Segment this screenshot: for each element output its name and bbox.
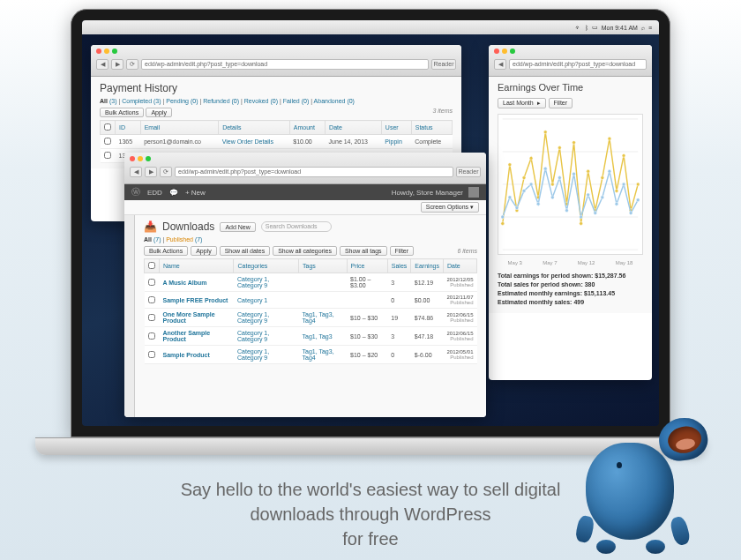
- wp-howdy[interactable]: Howdy, Store Manager: [392, 189, 463, 197]
- tags-select[interactable]: Show all tags: [340, 246, 387, 256]
- battery-icon: ▭: [592, 24, 598, 31]
- row-checkbox[interactable]: [148, 314, 155, 321]
- minimize-icon[interactable]: [104, 49, 109, 54]
- col-date[interactable]: Date: [443, 259, 476, 273]
- col-categories[interactable]: Categories: [234, 259, 299, 273]
- product-link[interactable]: Sample FREE Product: [160, 292, 234, 309]
- col-details[interactable]: Details: [219, 121, 290, 135]
- reload-button[interactable]: ⟳: [160, 167, 172, 177]
- row-checkbox[interactable]: [148, 332, 155, 340]
- dates-select[interactable]: Show all dates: [220, 246, 271, 256]
- svg-point-40: [608, 169, 611, 173]
- add-new-button[interactable]: Add New: [220, 222, 255, 232]
- tab-pending[interactable]: Pending: [166, 98, 189, 104]
- reload-button[interactable]: ⟳: [126, 59, 138, 70]
- minimize-icon[interactable]: [138, 156, 143, 161]
- svg-point-16: [580, 221, 583, 225]
- select-all-checkbox[interactable]: [148, 262, 155, 269]
- back-button[interactable]: ◀: [96, 59, 109, 70]
- col-date[interactable]: Date: [326, 121, 382, 135]
- col-email[interactable]: Email: [140, 121, 218, 135]
- page-title: Downloads: [162, 220, 214, 233]
- svg-point-17: [587, 169, 590, 173]
- tab-revoked[interactable]: Revoked: [244, 98, 269, 104]
- col-user[interactable]: User: [381, 121, 411, 135]
- tab-completed[interactable]: Completed: [122, 98, 152, 104]
- col-earnings[interactable]: Earnings: [411, 259, 444, 273]
- apply-button[interactable]: Apply: [191, 246, 217, 256]
- wp-new-menu[interactable]: + New: [185, 189, 206, 197]
- col-id[interactable]: ID: [116, 121, 141, 135]
- svg-point-42: [622, 183, 625, 186]
- product-link[interactable]: One More Sample Product: [160, 309, 234, 327]
- wordpress-icon[interactable]: ⓦ: [131, 186, 140, 198]
- url-field[interactable]: edd/wp-admin/edit.php?post_type=download: [175, 167, 453, 177]
- close-icon[interactable]: [130, 156, 135, 161]
- view-details-link[interactable]: View Order Details: [219, 135, 290, 149]
- wp-sidebar[interactable]: [124, 215, 135, 417]
- apply-button[interactable]: Apply: [146, 108, 172, 117]
- col-amount[interactable]: Amount: [289, 121, 325, 135]
- svg-point-25: [501, 215, 505, 219]
- tab-all[interactable]: All: [100, 98, 108, 104]
- filter-button[interactable]: Filter: [390, 246, 415, 256]
- bulk-actions-select[interactable]: Bulk Actions: [100, 108, 144, 117]
- downloads-table: Name Categories Tags Price Sales Earning…: [144, 258, 477, 364]
- filter-button[interactable]: Filter: [549, 98, 573, 108]
- back-button[interactable]: ◀: [494, 59, 506, 70]
- svg-point-5: [501, 221, 505, 225]
- svg-point-29: [529, 183, 533, 186]
- back-button[interactable]: ◀: [130, 167, 142, 177]
- col-sales[interactable]: Sales: [387, 259, 411, 273]
- period-select[interactable]: Last Month ▸: [498, 98, 546, 108]
- col-name[interactable]: Name: [160, 259, 234, 273]
- bulk-actions-select[interactable]: Bulk Actions: [144, 246, 188, 256]
- maximize-icon[interactable]: [510, 49, 515, 54]
- laptop-mockup: ᯤ ᛒ ▭ Mon 9:41 AM ⌕ ≡ ◀ ▶ ⟳ edd/wp-admin: [71, 9, 670, 455]
- svg-point-37: [587, 193, 590, 197]
- svg-point-6: [508, 163, 512, 167]
- row-checkbox[interactable]: [104, 152, 111, 159]
- screen-options-button[interactable]: Screen Options ▾: [421, 202, 479, 213]
- col-tags[interactable]: Tags: [299, 259, 348, 273]
- wp-comments-icon[interactable]: 💬: [169, 189, 178, 197]
- row-checkbox[interactable]: [148, 296, 155, 303]
- reader-button[interactable]: Reader: [456, 167, 481, 177]
- macos-menubar: ᯤ ᛒ ▭ Mon 9:41 AM ⌕ ≡: [82, 20, 659, 34]
- maximize-icon[interactable]: [112, 49, 117, 54]
- select-all-checkbox[interactable]: [104, 123, 111, 131]
- avatar-icon[interactable]: [468, 187, 479, 198]
- window-downloads: ◀ ▶ ⟳ edd/wp-admin/edit.php?post_type=do…: [124, 153, 486, 417]
- row-checkbox[interactable]: [104, 138, 111, 145]
- maximize-icon[interactable]: [146, 156, 151, 161]
- minimize-icon[interactable]: [502, 49, 507, 54]
- chart-x-axis: May 3May 7May 12May 18: [498, 260, 643, 265]
- url-field[interactable]: edd/wp-admin/edit.php?post_type=download: [509, 59, 647, 70]
- search-icon: ⌕: [641, 25, 645, 31]
- mascot-character: [573, 423, 697, 556]
- tab-published[interactable]: Published: [166, 236, 193, 243]
- url-field[interactable]: edd/wp-admin/edit.php?post_type=download: [141, 59, 429, 70]
- tab-all[interactable]: All: [144, 236, 152, 243]
- tab-failed[interactable]: Failed: [283, 98, 300, 104]
- tab-refunded[interactable]: Refunded: [203, 98, 229, 104]
- product-link[interactable]: Sample Product: [160, 346, 234, 364]
- reader-button[interactable]: Reader: [431, 59, 456, 70]
- close-icon[interactable]: [494, 49, 499, 54]
- row-checkbox[interactable]: [148, 279, 155, 286]
- svg-point-12: [550, 183, 554, 186]
- tab-abandoned[interactable]: Abandoned: [314, 98, 346, 104]
- wp-site-menu[interactable]: EDD: [147, 189, 162, 197]
- svg-point-15: [573, 141, 576, 145]
- page-title: Payment History: [100, 82, 453, 94]
- close-icon[interactable]: [96, 49, 101, 54]
- forward-button[interactable]: ▶: [145, 167, 157, 177]
- search-input[interactable]: Search Downloads: [261, 221, 332, 232]
- row-checkbox[interactable]: [148, 351, 155, 358]
- forward-button[interactable]: ▶: [111, 59, 124, 70]
- categories-select[interactable]: Show all categories: [273, 246, 337, 256]
- product-link[interactable]: A Music Album: [160, 273, 234, 292]
- col-price[interactable]: Price: [347, 259, 387, 273]
- col-status[interactable]: Status: [411, 121, 452, 135]
- product-link[interactable]: Another Sample Product: [160, 327, 234, 346]
